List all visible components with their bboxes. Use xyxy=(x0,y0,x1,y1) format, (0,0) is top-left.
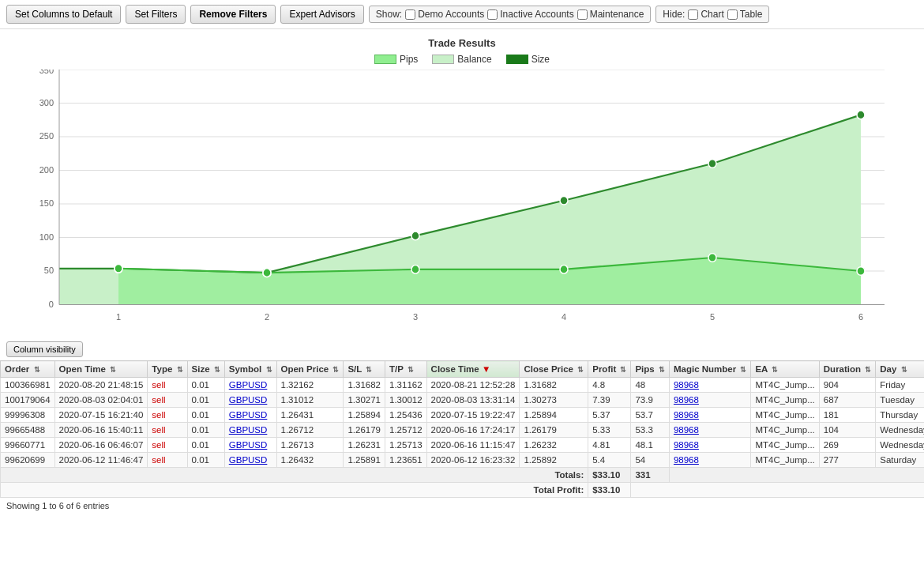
cell-order: 99620699 xyxy=(1,453,55,468)
col-type[interactable]: Type ⇅ xyxy=(148,361,187,378)
cell-profit: 5.33 xyxy=(588,423,631,438)
demo-accounts-toggle[interactable]: Demo Accounts xyxy=(405,9,484,20)
cell-pips: 73.9 xyxy=(631,393,669,408)
col-open-time[interactable]: Open Time ⇅ xyxy=(54,361,148,378)
cell-profit: 5.37 xyxy=(588,408,631,423)
cell-size: 0.01 xyxy=(187,378,224,393)
cell-sl: 1.30271 xyxy=(344,393,385,408)
pips-point-4 xyxy=(560,266,568,274)
chart-checkbox[interactable] xyxy=(688,9,698,20)
svg-text:50: 50 xyxy=(44,266,54,275)
col-open-price[interactable]: Open Price ⇅ xyxy=(276,361,344,378)
hide-group: Hide: Chart Table xyxy=(655,6,769,23)
col-day[interactable]: Day ⇅ xyxy=(876,361,924,378)
table-row: 99620699 2020-06-12 11:46:47 sell 0.01 G… xyxy=(1,453,925,468)
col-tp[interactable]: T/P ⇅ xyxy=(385,361,427,378)
chart-label: Chart xyxy=(701,9,723,20)
cell-size: 0.01 xyxy=(187,423,224,438)
cell-open-price: 1.32162 xyxy=(276,378,344,393)
maintenance-toggle[interactable]: Maintenance xyxy=(577,9,644,20)
cell-size: 0.01 xyxy=(187,438,224,453)
chart-svg: 0 50 100 150 200 250 300 350 xyxy=(16,70,908,338)
col-order[interactable]: Order ⇅ xyxy=(1,361,55,378)
cell-magic[interactable]: 98968 xyxy=(669,378,750,393)
cell-open-price: 1.26712 xyxy=(276,423,344,438)
cell-day: Saturday xyxy=(876,453,924,468)
sort-tp-icon: ⇅ xyxy=(408,366,414,374)
col-duration[interactable]: Duration ⇅ xyxy=(819,361,875,378)
cell-magic[interactable]: 98968 xyxy=(669,453,750,468)
pips-point-1 xyxy=(115,265,122,273)
totals-label: Totals: xyxy=(1,468,588,483)
pips-point-5 xyxy=(708,254,716,262)
cell-order: 100366981 xyxy=(1,378,55,393)
profit-total: $33.10 xyxy=(588,468,631,483)
col-profit[interactable]: Profit ⇅ xyxy=(588,361,631,378)
cell-order: 100179064 xyxy=(1,393,55,408)
cell-symbol[interactable]: GBPUSD xyxy=(224,378,276,393)
chart-toggle[interactable]: Chart xyxy=(688,9,723,20)
col-ea[interactable]: EA ⇅ xyxy=(751,361,819,378)
inactive-accounts-checkbox[interactable] xyxy=(487,9,498,20)
cell-close-price: 1.26179 xyxy=(520,423,588,438)
col-size[interactable]: Size ⇅ xyxy=(187,361,224,378)
table-checkbox[interactable] xyxy=(727,9,738,20)
table-toggle[interactable]: Table xyxy=(727,9,763,20)
expert-advisors-button[interactable]: Expert Advisors xyxy=(280,5,363,24)
inactive-accounts-toggle[interactable]: Inactive Accounts xyxy=(487,9,573,20)
cell-sl: 1.25891 xyxy=(344,453,385,468)
cell-type: sell xyxy=(148,378,187,393)
cell-sl: 1.26179 xyxy=(344,423,385,438)
cell-tp: 1.30012 xyxy=(385,393,427,408)
column-visibility-button[interactable]: Column visibility xyxy=(6,341,83,357)
svg-text:3: 3 xyxy=(413,311,418,321)
cell-profit: 4.81 xyxy=(588,438,631,453)
table-header: Order ⇅ Open Time ⇅ Type ⇅ Size ⇅ Symbol… xyxy=(1,361,925,378)
cell-symbol[interactable]: GBPUSD xyxy=(224,438,276,453)
cell-symbol[interactable]: GBPUSD xyxy=(224,408,276,423)
col-pips[interactable]: Pips ⇅ xyxy=(631,361,669,378)
pips-point-6 xyxy=(857,267,865,276)
col-symbol[interactable]: Symbol ⇅ xyxy=(224,361,276,378)
set-columns-button[interactable]: Set Columns to Default xyxy=(6,5,121,24)
remove-filters-button[interactable]: Remove Filters xyxy=(190,5,276,24)
cell-tp: 1.25436 xyxy=(385,408,427,423)
cell-day: Friday xyxy=(876,378,924,393)
set-filters-button[interactable]: Set Filters xyxy=(126,5,186,24)
table-body: 100366981 2020-08-20 21:48:15 sell 0.01 … xyxy=(1,378,925,468)
cell-magic[interactable]: 98968 xyxy=(669,423,750,438)
cell-close-time: 2020-07-15 19:22:47 xyxy=(426,408,520,423)
demo-accounts-label: Demo Accounts xyxy=(418,9,484,20)
totals-spacer xyxy=(669,468,924,483)
col-close-time[interactable]: Close Time ▼ xyxy=(426,361,520,378)
cell-type: sell xyxy=(148,423,187,438)
col-sl[interactable]: S/L ⇅ xyxy=(344,361,385,378)
cell-tp: 1.25713 xyxy=(385,438,427,453)
maintenance-checkbox[interactable] xyxy=(577,9,588,20)
cell-open-price: 1.26713 xyxy=(276,438,344,453)
cell-magic[interactable]: 98968 xyxy=(669,408,750,423)
svg-text:350: 350 xyxy=(39,70,54,75)
cell-day: Tuesday xyxy=(876,393,924,408)
cell-symbol[interactable]: GBPUSD xyxy=(224,423,276,438)
svg-text:5: 5 xyxy=(710,311,715,321)
svg-text:150: 150 xyxy=(39,198,54,208)
cell-symbol[interactable]: GBPUSD xyxy=(224,393,276,408)
show-label: Show: xyxy=(376,9,402,20)
cell-sl: 1.25894 xyxy=(344,408,385,423)
cell-magic[interactable]: 98968 xyxy=(669,393,750,408)
demo-accounts-checkbox[interactable] xyxy=(405,9,415,20)
inactive-accounts-label: Inactive Accounts xyxy=(500,9,573,20)
cell-symbol[interactable]: GBPUSD xyxy=(224,453,276,468)
sort-magic-icon: ⇅ xyxy=(740,366,746,374)
cell-profit: 5.4 xyxy=(588,453,631,468)
cell-open-time: 2020-08-03 02:04:01 xyxy=(54,393,148,408)
col-close-price[interactable]: Close Price ⇅ xyxy=(520,361,588,378)
sort-sl-icon: ⇅ xyxy=(366,366,372,374)
cell-close-time: 2020-08-21 12:52:28 xyxy=(426,378,520,393)
col-magic[interactable]: Magic Number ⇅ xyxy=(669,361,750,378)
cell-ea: MT4C_Jump... xyxy=(751,393,819,408)
cell-magic[interactable]: 98968 xyxy=(669,438,750,453)
table-row: 100179064 2020-08-03 02:04:01 sell 0.01 … xyxy=(1,393,925,408)
cell-size: 0.01 xyxy=(187,408,224,423)
